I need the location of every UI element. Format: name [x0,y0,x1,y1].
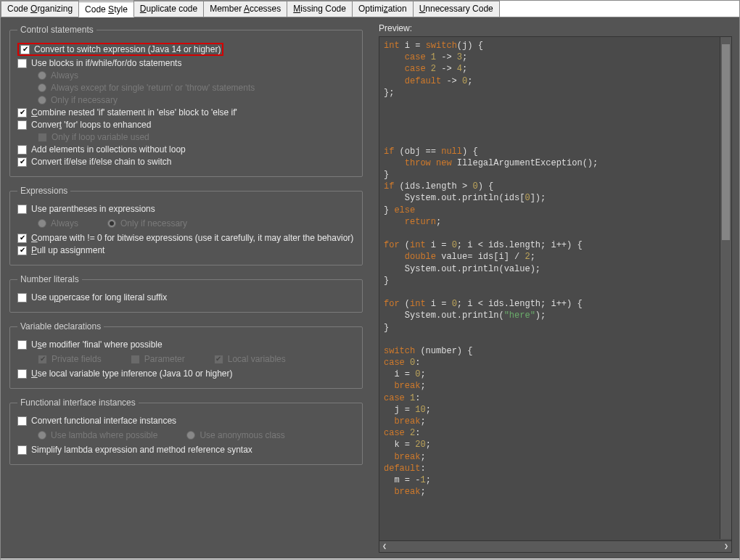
checkbox-simplify[interactable] [17,445,27,455]
label: Use lambda where possible [51,430,157,440]
checkbox-param [131,355,140,364]
checkbox-only-if-loop [38,133,47,142]
tab-optimization[interactable]: Optimization [352,1,414,17]
radio-always [38,219,46,228]
label: Compare with != 0 for bitwise expression… [31,233,353,243]
group-legend: Expressions [17,186,70,196]
radio-except [38,83,46,92]
scrollbar-horizontal[interactable]: ❮❯ [379,540,731,552]
checkbox-use-final[interactable] [17,340,27,350]
scroll-right-icon[interactable]: ❯ [724,542,728,552]
group-expressions: Expressions Use parentheses in expressio… [9,186,363,265]
group-functional-interface: Functional interface instances Convert f… [9,398,363,465]
scrollbar-vertical[interactable] [720,37,731,539]
checkbox-pullup[interactable] [17,246,27,255]
label: Simplify lambda expression and method re… [31,445,252,455]
checkbox-convert-functional[interactable] [17,416,27,426]
group-control-statements: Control statements Convert to switch exp… [9,25,363,177]
preview-label: Preview: [379,23,732,33]
checkbox-local [214,355,223,364]
group-legend: Control statements [17,25,96,35]
label: Use uppercase for long literal suffix [31,292,167,302]
label: Private fields [52,354,102,364]
label: Only if necessary [120,218,187,228]
group-legend: Functional interface instances [17,398,139,408]
highlight-box: Convert to switch expression (Java 14 or… [17,43,223,56]
label: Local variables [228,354,286,364]
tab-member-accesses[interactable]: Member Accesses [203,1,287,17]
scrollbar-thumb[interactable] [722,44,730,240]
tab-unnecessary-code[interactable]: Unnecessary Code [413,1,500,17]
checkbox-convert-for[interactable] [17,120,27,130]
label: Convert if/else if/else chain to switch [31,157,171,167]
tab-code-organizing[interactable]: Code Organizing [1,1,79,17]
tabs-bar: Code Organizing Code Style Duplicate cod… [1,1,739,17]
checkbox-convert-chain[interactable] [17,157,27,167]
label: Use parentheses in expressions [31,204,155,214]
label: Always except for single 'return' or 'th… [51,83,255,93]
checkbox-compare[interactable] [17,234,27,243]
checkbox-use-blocks[interactable] [17,59,27,68]
label: Always [51,70,78,81]
label: Convert 'for' loops to enhanced [31,120,151,130]
label: Always [51,218,78,228]
checkbox-use-paren[interactable] [17,205,27,214]
checkbox-convert-switch[interactable] [20,45,30,54]
radio-necessary [107,219,116,228]
radio-always [38,71,46,80]
group-legend: Number literals [17,274,82,284]
group-variable-declarations: Variable declarations Use modifier 'fina… [9,321,363,389]
checkbox-private [38,355,47,364]
label: Only if necessary [51,95,118,105]
label: Convert to switch expression (Java 14 or… [34,44,221,54]
checkbox-combine-nested[interactable] [17,108,27,118]
radio-lambda [38,431,46,440]
label: Convert functional interface instances [31,416,176,426]
label: Use modifier 'final' where possible [31,339,163,350]
radio-anon [186,431,195,440]
tab-code-style[interactable]: Code Style [78,1,134,17]
label: Pull up assignment [31,245,104,255]
tab-missing-code[interactable]: Missing Code [287,1,353,17]
label: Combine nested 'if' statement in 'else' … [31,107,237,118]
label: Parameter [144,354,185,364]
checkbox-uppercase[interactable] [17,293,27,302]
label: Use local variable type inference (Java … [31,368,232,379]
checkbox-local-type[interactable] [17,369,27,379]
label: Use anonymous class [200,430,284,440]
group-number-literals: Number literals Use uppercase for long l… [9,274,363,313]
label: Use blocks in if/while/for/do statements [31,58,181,68]
checkbox-add-elements[interactable] [17,145,27,155]
tab-duplicate-code[interactable]: Duplicate code [133,1,204,17]
preview-code: int i = switch(j) { case 1 -> 3; case 2 … [379,36,732,553]
scroll-left-icon[interactable]: ❮ [382,542,387,552]
label: Only if loop variable used [52,132,149,142]
group-legend: Variable declarations [17,321,104,332]
label: Add elements in collections without loop [31,144,186,155]
radio-necessary [38,96,46,104]
settings-panel: Control statements Convert to switch exp… [1,17,371,559]
preview-panel: Preview: int i = switch(j) { case 1 -> 3… [371,17,739,559]
